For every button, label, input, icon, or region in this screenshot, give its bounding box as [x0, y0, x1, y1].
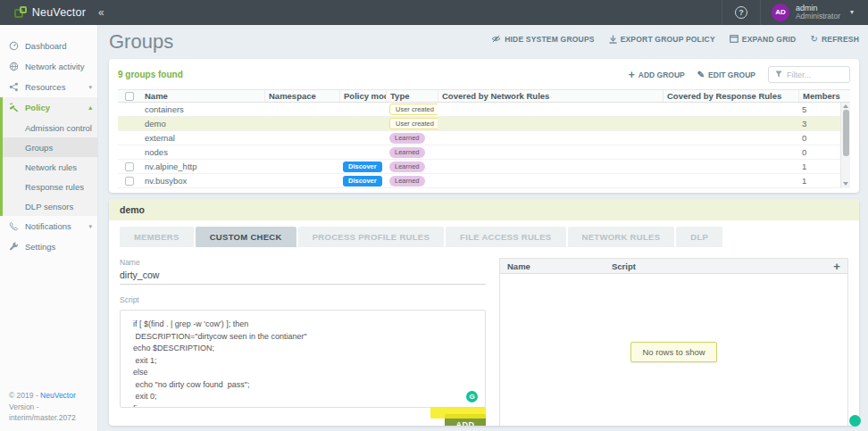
column-header-members[interactable]: Members [798, 90, 850, 102]
topbar: NeuVector « ? AD admin Administrator ▾ [0, 0, 868, 25]
column-header-covered-response[interactable]: Covered by Response Rules [663, 90, 798, 102]
table-row[interactable]: nodes Learned 0 [118, 145, 850, 160]
chevron-down-icon: ▾ [88, 84, 92, 91]
dashboard-icon [8, 41, 20, 52]
sidebar-item-network-rules[interactable]: Network rules [3, 157, 97, 177]
plus-icon: + [629, 70, 635, 80]
neuvector-logo-icon [14, 6, 27, 19]
chevron-up-icon: ▴ [88, 104, 92, 112]
brand: NeuVector [0, 6, 86, 19]
groups-table: Name Namespace Policy mode Type Covered … [118, 89, 850, 188]
type-badge: Learned [389, 147, 425, 158]
select-all-checkbox[interactable] [125, 92, 134, 101]
custom-check-form: Name dirty_cow Script if [ $(find . | gr… [120, 258, 486, 426]
funnel-icon [775, 70, 782, 79]
sidebar-item-dashboard[interactable]: Dashboard [0, 36, 97, 56]
sidebar-item-label: Settings [25, 242, 55, 252]
user-menu[interactable]: AD admin Administrator ▾ [761, 4, 868, 21]
sidebar-item-resources[interactable]: Resources ▾ [0, 77, 97, 97]
refresh-icon: ↻ [810, 34, 818, 44]
chevron-down-icon: ▾ [850, 8, 854, 16]
eye-slash-icon [491, 35, 501, 43]
row-checkbox[interactable] [125, 162, 134, 171]
detail-tabs: MEMBERS CUSTOM CHECK PROCESS PROFILE RUL… [120, 227, 848, 247]
scripts-column-script[interactable]: Script [612, 261, 826, 271]
phone-icon [8, 221, 20, 232]
sidebar-item-network-activity[interactable]: Network activity [0, 56, 97, 77]
sidebar-item-label: Policy [25, 103, 50, 112]
column-header-namespace[interactable]: Namespace [264, 90, 339, 102]
empty-state-badge: No rows to show [630, 342, 716, 362]
sidebar-item-admission-control[interactable]: Admission control [3, 118, 97, 137]
tab-file-access-rules[interactable]: FILE ACCESS RULES [446, 227, 565, 247]
column-header-name[interactable]: Name [141, 90, 264, 102]
scrollbar-thumb[interactable] [843, 110, 849, 156]
policy-group: Policy ▴ Admission control Groups Networ… [0, 97, 97, 216]
table-row-selected[interactable]: demo User created 3 [118, 117, 850, 131]
tab-network-rules[interactable]: NETWORK RULES [568, 227, 675, 247]
table-scrollbar[interactable] [840, 103, 850, 188]
version-text: Version - interim/master.2072 [9, 402, 97, 425]
tab-process-profile-rules[interactable]: PROCESS PROFILE RULES [298, 227, 444, 247]
sidebar-item-policy[interactable]: Policy ▴ [3, 97, 97, 118]
help-button[interactable]: ? [722, 0, 761, 25]
tab-custom-check[interactable]: CUSTOM CHECK [196, 227, 296, 247]
download-icon [609, 35, 617, 44]
add-row-icon[interactable]: + [826, 260, 847, 273]
column-header-covered-network[interactable]: Covered by Network Rules [438, 90, 663, 102]
globe-icon [8, 62, 20, 72]
hide-system-groups-button[interactable]: HIDE SYSTEM GROUPS [491, 34, 594, 44]
expand-grid-icon [730, 35, 739, 43]
scroll-down-icon[interactable] [843, 182, 848, 186]
column-header-type[interactable]: Type [386, 90, 438, 102]
policy-mode-badge: Discover [343, 162, 382, 172]
sidebar-item-label: Groups [25, 143, 53, 153]
copyright-text: © 2019 - [9, 391, 40, 400]
grammarly-icon[interactable]: G [466, 391, 478, 402]
wrench-icon [8, 242, 20, 253]
group-detail-card: demo MEMBERS CUSTOM CHECK PROCESS PROFIL… [109, 199, 859, 426]
edit-group-button[interactable]: ✎ EDIT GROUP [697, 70, 755, 79]
type-badge: Learned [389, 176, 425, 186]
table-header-row: Name Namespace Policy mode Type Covered … [118, 89, 850, 103]
sidebar-item-notifications[interactable]: Notifications ▾ [0, 216, 97, 236]
table-row[interactable]: containers User created 5 [118, 103, 850, 117]
sidebar-item-response-rules[interactable]: Response rules [3, 177, 97, 196]
policy-mode-badge: Discover [343, 176, 382, 186]
refresh-button[interactable]: ↻ REFRESH [810, 34, 859, 44]
export-group-policy-button[interactable]: EXPORT GROUP POLICY [609, 34, 715, 44]
sidebar-item-dlp-sensors[interactable]: DLP sensors [3, 196, 97, 216]
filter-input[interactable] [787, 70, 840, 79]
table-row[interactable]: nv.alpine_http Discover Learned 1 [118, 160, 850, 174]
sidebar-item-label: Network rules [25, 162, 77, 172]
neuvector-link[interactable]: NeuVector [40, 391, 76, 400]
sidebar-footer: © 2019 - NeuVector Version - interim/mas… [9, 390, 97, 424]
filter-box [768, 66, 850, 83]
add-group-button[interactable]: + ADD GROUP [629, 70, 685, 80]
table-row[interactable]: external Learned 0 [118, 131, 850, 145]
column-header-policy-mode[interactable]: Policy mode [339, 90, 386, 102]
page-toolbar: HIDE SYSTEM GROUPS EXPORT GROUP POLICY E… [491, 34, 859, 44]
scroll-up-icon[interactable] [843, 104, 848, 108]
script-textarea[interactable]: if [ $(find . | grep -w 'cow') ]; then D… [120, 310, 486, 408]
sidebar-item-label: Notifications [25, 221, 71, 231]
sidebar-item-label: Resources [25, 82, 65, 92]
row-checkbox[interactable] [125, 177, 134, 186]
groups-card: 9 groups found + ADD GROUP ✎ EDIT GROUP [109, 59, 859, 193]
sidebar-item-groups[interactable]: Groups [3, 137, 97, 157]
sidebar-item-label: Response rules [25, 182, 84, 192]
add-script-button[interactable]: ADD [445, 414, 486, 426]
scripts-column-name[interactable]: Name [500, 261, 612, 271]
tab-members[interactable]: MEMBERS [120, 227, 194, 247]
expand-grid-button[interactable]: EXPAND GRID [730, 34, 797, 44]
sidebar-item-label: DLP sensors [25, 202, 73, 211]
sidebar-item-settings[interactable]: Settings [0, 236, 97, 257]
table-row[interactable]: nv.busybox Discover Learned 1 [118, 174, 850, 188]
sidebar-collapse-icon[interactable]: « [98, 6, 104, 19]
name-field[interactable]: dirty_cow [120, 269, 486, 285]
type-badge: Learned [389, 133, 425, 144]
tab-dlp[interactable]: DLP [676, 227, 722, 247]
resources-icon [8, 82, 20, 93]
type-badge: User created [389, 104, 438, 116]
name-field-label: Name [120, 258, 486, 267]
